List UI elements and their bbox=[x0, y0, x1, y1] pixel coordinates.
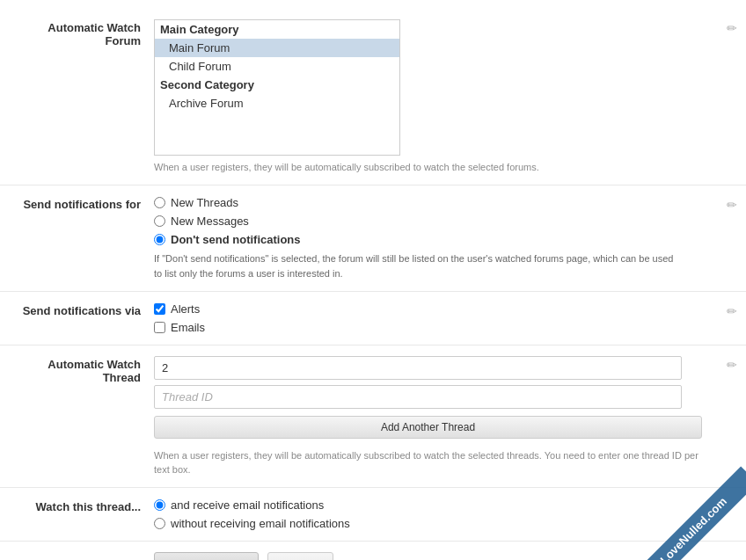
send-notifications-for-content: New Threads New Messages Don't send noti… bbox=[154, 196, 728, 280]
forum-category-main: Main Category bbox=[155, 20, 399, 39]
send-notifications-via-content: Alerts Emails bbox=[154, 302, 728, 334]
notifications-radio-group: New Threads New Messages Don't send noti… bbox=[154, 196, 702, 246]
forum-category-second: Second Category bbox=[155, 76, 399, 94]
notif-new-messages-radio[interactable] bbox=[154, 215, 165, 227]
notif-new-threads-radio[interactable] bbox=[154, 197, 165, 208]
automatic-watch-thread-row: Automatic Watch Thread Add Another Threa… bbox=[0, 345, 746, 488]
notif-new-messages-label: New Messages bbox=[171, 215, 249, 228]
automatic-watch-thread-edit-icon[interactable]: ✏ bbox=[727, 358, 737, 372]
cancel-button[interactable]: Cancel bbox=[267, 552, 333, 560]
via-alerts-item[interactable]: Alerts bbox=[154, 302, 702, 316]
send-notifications-via-edit-icon[interactable]: ✏ bbox=[727, 304, 737, 318]
buttons-row: Save Changes Cancel bbox=[0, 542, 746, 560]
watch-email-radio[interactable] bbox=[154, 499, 165, 511]
automatic-watch-thread-help: When a user registers, they will be auto… bbox=[154, 449, 702, 476]
watch-email-item[interactable]: and receive email notifications bbox=[154, 498, 702, 512]
send-notifications-for-edit-icon[interactable]: ✏ bbox=[727, 198, 737, 212]
forum-item-archive-forum[interactable]: Archive Forum bbox=[155, 94, 399, 113]
automatic-watch-forum-row: Automatic Watch Forum Main Category Main… bbox=[0, 9, 746, 185]
watch-no-email-label: without receiving email notifications bbox=[171, 517, 350, 530]
watch-this-thread-row: Watch this thread... and receive email n… bbox=[0, 488, 746, 542]
via-alerts-label: Alerts bbox=[171, 302, 200, 316]
forum-item-main-forum[interactable]: Main Forum bbox=[155, 39, 399, 57]
notif-dont-send-item[interactable]: Don't send notifications bbox=[154, 233, 702, 246]
send-notifications-via-row: Send notifications via Alerts Emails ✏ bbox=[0, 292, 746, 345]
watch-no-email-radio[interactable] bbox=[154, 518, 165, 529]
thread-id-input-1[interactable] bbox=[154, 356, 682, 380]
send-notifications-via-label: Send notifications via bbox=[18, 302, 154, 317]
thread-inputs: Add Another Thread When a user registers… bbox=[154, 356, 702, 476]
via-emails-item[interactable]: Emails bbox=[154, 321, 702, 334]
via-emails-label: Emails bbox=[171, 321, 205, 334]
watch-thread-radio-group: and receive email notifications without … bbox=[154, 498, 702, 530]
notif-dont-send-radio[interactable] bbox=[154, 234, 165, 245]
notif-new-threads-item[interactable]: New Threads bbox=[154, 196, 702, 209]
watch-no-email-item[interactable]: without receiving email notifications bbox=[154, 517, 702, 530]
automatic-watch-thread-label: Automatic Watch Thread bbox=[18, 356, 154, 384]
forum-list-box[interactable]: Main Category Main Forum Child Forum Sec… bbox=[154, 19, 400, 156]
add-another-thread-button[interactable]: Add Another Thread bbox=[154, 416, 702, 439]
via-emails-checkbox[interactable] bbox=[154, 322, 165, 333]
thread-id-input-2[interactable] bbox=[154, 385, 682, 409]
notifications-info-text: If "Don't send notifications" is selecte… bbox=[154, 251, 682, 280]
watch-this-thread-label: Watch this thread... bbox=[18, 498, 154, 513]
send-notifications-for-row: Send notifications for New Threads New M… bbox=[0, 185, 746, 292]
automatic-watch-thread-content: Add Another Thread When a user registers… bbox=[154, 356, 728, 476]
notif-dont-send-label: Don't send notifications bbox=[171, 233, 301, 246]
automatic-watch-forum-help: When a user registers, they will be auto… bbox=[154, 161, 702, 174]
save-changes-button[interactable]: Save Changes bbox=[154, 552, 259, 560]
main-container: Automatic Watch Forum Main Category Main… bbox=[0, 0, 746, 560]
watch-email-label: and receive email notifications bbox=[171, 498, 324, 512]
forum-item-child-forum[interactable]: Child Forum bbox=[155, 57, 399, 76]
notifications-via-checkbox-group: Alerts Emails bbox=[154, 302, 702, 334]
notif-new-messages-item[interactable]: New Messages bbox=[154, 215, 702, 228]
automatic-watch-forum-label: Automatic Watch Forum bbox=[18, 19, 154, 47]
automatic-watch-forum-edit-icon[interactable]: ✏ bbox=[727, 21, 737, 35]
notif-new-threads-label: New Threads bbox=[171, 196, 238, 209]
watch-this-thread-content: and receive email notifications without … bbox=[154, 498, 728, 530]
via-alerts-checkbox[interactable] bbox=[154, 303, 165, 315]
send-notifications-for-label: Send notifications for bbox=[18, 196, 154, 211]
automatic-watch-forum-content: Main Category Main Forum Child Forum Sec… bbox=[154, 19, 728, 174]
